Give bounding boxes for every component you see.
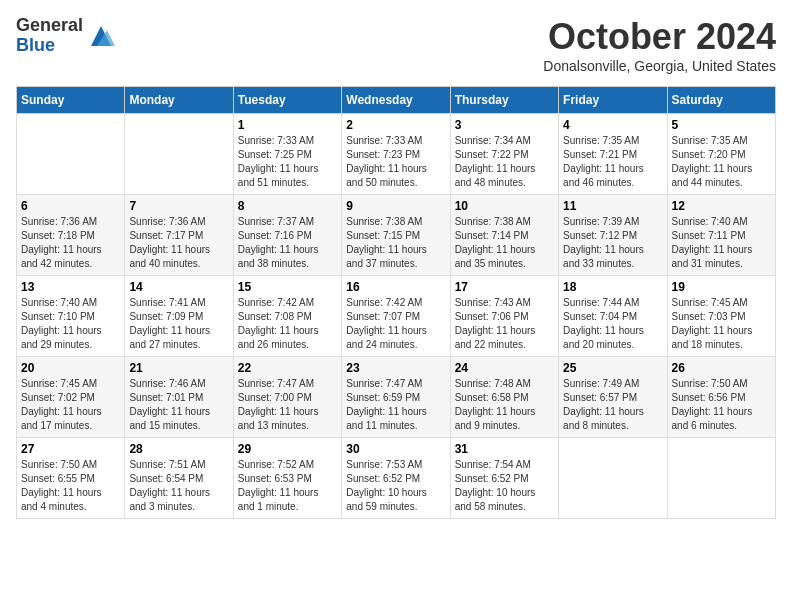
day-number: 1 bbox=[238, 118, 337, 132]
day-number: 31 bbox=[455, 442, 554, 456]
day-info: Sunrise: 7:50 AM Sunset: 6:55 PM Dayligh… bbox=[21, 458, 120, 514]
calendar-cell: 26Sunrise: 7:50 AM Sunset: 6:56 PM Dayli… bbox=[667, 357, 775, 438]
day-info: Sunrise: 7:33 AM Sunset: 7:25 PM Dayligh… bbox=[238, 134, 337, 190]
calendar-cell: 4Sunrise: 7:35 AM Sunset: 7:21 PM Daylig… bbox=[559, 114, 667, 195]
week-row-3: 13Sunrise: 7:40 AM Sunset: 7:10 PM Dayli… bbox=[17, 276, 776, 357]
day-number: 9 bbox=[346, 199, 445, 213]
calendar-cell: 1Sunrise: 7:33 AM Sunset: 7:25 PM Daylig… bbox=[233, 114, 341, 195]
day-info: Sunrise: 7:47 AM Sunset: 7:00 PM Dayligh… bbox=[238, 377, 337, 433]
day-number: 8 bbox=[238, 199, 337, 213]
day-number: 18 bbox=[563, 280, 662, 294]
day-info: Sunrise: 7:35 AM Sunset: 7:20 PM Dayligh… bbox=[672, 134, 771, 190]
day-number: 3 bbox=[455, 118, 554, 132]
calendar-cell: 3Sunrise: 7:34 AM Sunset: 7:22 PM Daylig… bbox=[450, 114, 558, 195]
calendar-cell: 24Sunrise: 7:48 AM Sunset: 6:58 PM Dayli… bbox=[450, 357, 558, 438]
day-header-saturday: Saturday bbox=[667, 87, 775, 114]
day-info: Sunrise: 7:47 AM Sunset: 6:59 PM Dayligh… bbox=[346, 377, 445, 433]
day-info: Sunrise: 7:40 AM Sunset: 7:11 PM Dayligh… bbox=[672, 215, 771, 271]
day-info: Sunrise: 7:51 AM Sunset: 6:54 PM Dayligh… bbox=[129, 458, 228, 514]
day-info: Sunrise: 7:42 AM Sunset: 7:08 PM Dayligh… bbox=[238, 296, 337, 352]
header-row: SundayMondayTuesdayWednesdayThursdayFrid… bbox=[17, 87, 776, 114]
day-info: Sunrise: 7:36 AM Sunset: 7:18 PM Dayligh… bbox=[21, 215, 120, 271]
calendar-cell: 27Sunrise: 7:50 AM Sunset: 6:55 PM Dayli… bbox=[17, 438, 125, 519]
calendar-cell: 12Sunrise: 7:40 AM Sunset: 7:11 PM Dayli… bbox=[667, 195, 775, 276]
day-info: Sunrise: 7:48 AM Sunset: 6:58 PM Dayligh… bbox=[455, 377, 554, 433]
day-number: 21 bbox=[129, 361, 228, 375]
calendar-cell: 6Sunrise: 7:36 AM Sunset: 7:18 PM Daylig… bbox=[17, 195, 125, 276]
day-number: 17 bbox=[455, 280, 554, 294]
calendar-cell: 29Sunrise: 7:52 AM Sunset: 6:53 PM Dayli… bbox=[233, 438, 341, 519]
title-area: October 2024 Donalsonville, Georgia, Uni… bbox=[543, 16, 776, 74]
week-row-2: 6Sunrise: 7:36 AM Sunset: 7:18 PM Daylig… bbox=[17, 195, 776, 276]
logo-blue: Blue bbox=[16, 36, 83, 56]
day-number: 4 bbox=[563, 118, 662, 132]
day-number: 14 bbox=[129, 280, 228, 294]
day-header-wednesday: Wednesday bbox=[342, 87, 450, 114]
day-number: 10 bbox=[455, 199, 554, 213]
location: Donalsonville, Georgia, United States bbox=[543, 58, 776, 74]
day-number: 7 bbox=[129, 199, 228, 213]
calendar-cell bbox=[667, 438, 775, 519]
day-number: 22 bbox=[238, 361, 337, 375]
calendar-cell: 25Sunrise: 7:49 AM Sunset: 6:57 PM Dayli… bbox=[559, 357, 667, 438]
day-number: 2 bbox=[346, 118, 445, 132]
day-number: 25 bbox=[563, 361, 662, 375]
calendar-cell: 31Sunrise: 7:54 AM Sunset: 6:52 PM Dayli… bbox=[450, 438, 558, 519]
day-header-friday: Friday bbox=[559, 87, 667, 114]
day-info: Sunrise: 7:36 AM Sunset: 7:17 PM Dayligh… bbox=[129, 215, 228, 271]
logo-icon bbox=[87, 22, 115, 50]
day-number: 11 bbox=[563, 199, 662, 213]
day-number: 23 bbox=[346, 361, 445, 375]
day-number: 19 bbox=[672, 280, 771, 294]
day-number: 20 bbox=[21, 361, 120, 375]
calendar-cell: 11Sunrise: 7:39 AM Sunset: 7:12 PM Dayli… bbox=[559, 195, 667, 276]
day-number: 30 bbox=[346, 442, 445, 456]
calendar-cell: 9Sunrise: 7:38 AM Sunset: 7:15 PM Daylig… bbox=[342, 195, 450, 276]
day-info: Sunrise: 7:38 AM Sunset: 7:14 PM Dayligh… bbox=[455, 215, 554, 271]
calendar-cell bbox=[125, 114, 233, 195]
day-header-tuesday: Tuesday bbox=[233, 87, 341, 114]
calendar-cell: 15Sunrise: 7:42 AM Sunset: 7:08 PM Dayli… bbox=[233, 276, 341, 357]
day-info: Sunrise: 7:37 AM Sunset: 7:16 PM Dayligh… bbox=[238, 215, 337, 271]
day-number: 12 bbox=[672, 199, 771, 213]
day-number: 15 bbox=[238, 280, 337, 294]
day-info: Sunrise: 7:45 AM Sunset: 7:02 PM Dayligh… bbox=[21, 377, 120, 433]
day-info: Sunrise: 7:33 AM Sunset: 7:23 PM Dayligh… bbox=[346, 134, 445, 190]
day-info: Sunrise: 7:46 AM Sunset: 7:01 PM Dayligh… bbox=[129, 377, 228, 433]
day-info: Sunrise: 7:50 AM Sunset: 6:56 PM Dayligh… bbox=[672, 377, 771, 433]
calendar-cell: 23Sunrise: 7:47 AM Sunset: 6:59 PM Dayli… bbox=[342, 357, 450, 438]
day-header-sunday: Sunday bbox=[17, 87, 125, 114]
page-header: General Blue October 2024 Donalsonville,… bbox=[16, 16, 776, 74]
day-number: 27 bbox=[21, 442, 120, 456]
calendar-cell: 19Sunrise: 7:45 AM Sunset: 7:03 PM Dayli… bbox=[667, 276, 775, 357]
day-number: 29 bbox=[238, 442, 337, 456]
day-header-thursday: Thursday bbox=[450, 87, 558, 114]
calendar-table: SundayMondayTuesdayWednesdayThursdayFrid… bbox=[16, 86, 776, 519]
logo: General Blue bbox=[16, 16, 115, 56]
day-number: 16 bbox=[346, 280, 445, 294]
day-number: 24 bbox=[455, 361, 554, 375]
week-row-5: 27Sunrise: 7:50 AM Sunset: 6:55 PM Dayli… bbox=[17, 438, 776, 519]
calendar-cell: 21Sunrise: 7:46 AM Sunset: 7:01 PM Dayli… bbox=[125, 357, 233, 438]
month-title: October 2024 bbox=[543, 16, 776, 58]
calendar-cell: 28Sunrise: 7:51 AM Sunset: 6:54 PM Dayli… bbox=[125, 438, 233, 519]
calendar-cell: 14Sunrise: 7:41 AM Sunset: 7:09 PM Dayli… bbox=[125, 276, 233, 357]
day-number: 6 bbox=[21, 199, 120, 213]
calendar-header: SundayMondayTuesdayWednesdayThursdayFrid… bbox=[17, 87, 776, 114]
day-info: Sunrise: 7:41 AM Sunset: 7:09 PM Dayligh… bbox=[129, 296, 228, 352]
calendar-cell: 20Sunrise: 7:45 AM Sunset: 7:02 PM Dayli… bbox=[17, 357, 125, 438]
day-info: Sunrise: 7:54 AM Sunset: 6:52 PM Dayligh… bbox=[455, 458, 554, 514]
day-info: Sunrise: 7:35 AM Sunset: 7:21 PM Dayligh… bbox=[563, 134, 662, 190]
calendar-cell: 5Sunrise: 7:35 AM Sunset: 7:20 PM Daylig… bbox=[667, 114, 775, 195]
calendar-body: 1Sunrise: 7:33 AM Sunset: 7:25 PM Daylig… bbox=[17, 114, 776, 519]
day-info: Sunrise: 7:52 AM Sunset: 6:53 PM Dayligh… bbox=[238, 458, 337, 514]
calendar-cell: 7Sunrise: 7:36 AM Sunset: 7:17 PM Daylig… bbox=[125, 195, 233, 276]
calendar-cell: 2Sunrise: 7:33 AM Sunset: 7:23 PM Daylig… bbox=[342, 114, 450, 195]
day-info: Sunrise: 7:49 AM Sunset: 6:57 PM Dayligh… bbox=[563, 377, 662, 433]
day-info: Sunrise: 7:53 AM Sunset: 6:52 PM Dayligh… bbox=[346, 458, 445, 514]
day-number: 5 bbox=[672, 118, 771, 132]
calendar-cell: 17Sunrise: 7:43 AM Sunset: 7:06 PM Dayli… bbox=[450, 276, 558, 357]
day-info: Sunrise: 7:43 AM Sunset: 7:06 PM Dayligh… bbox=[455, 296, 554, 352]
day-info: Sunrise: 7:34 AM Sunset: 7:22 PM Dayligh… bbox=[455, 134, 554, 190]
calendar-cell: 8Sunrise: 7:37 AM Sunset: 7:16 PM Daylig… bbox=[233, 195, 341, 276]
